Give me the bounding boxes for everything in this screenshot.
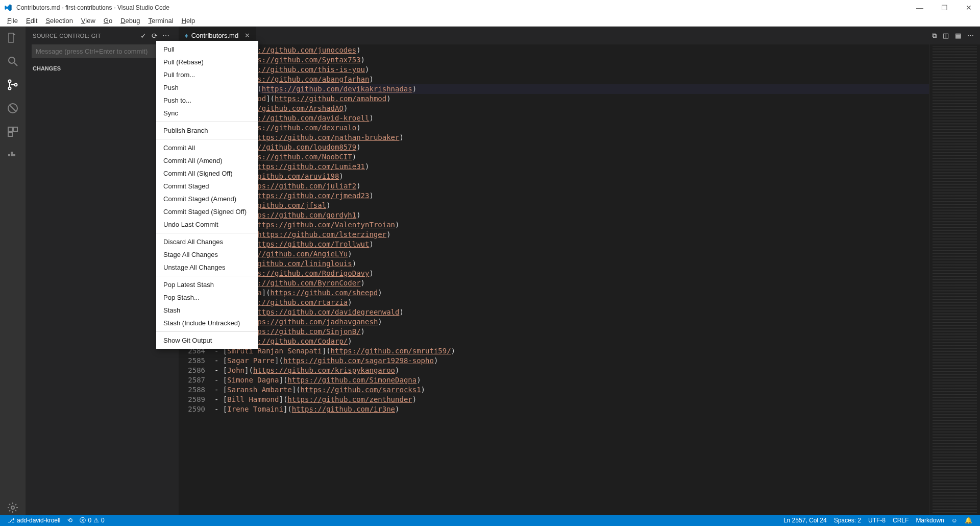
- source-control-icon[interactable]: [6, 78, 20, 92]
- editor-tabs: ♦ Contributors.md ✕ ⧉ ◫ ▤ ⋯: [179, 27, 980, 44]
- warning-icon: ⚠: [93, 517, 99, 524]
- menu-item-push[interactable]: Push: [156, 81, 258, 94]
- menu-item-unstage-all-changes[interactable]: Unstage All Changes: [156, 261, 258, 274]
- window-titlebar: Contributors.md - first-contributions - …: [0, 0, 980, 15]
- svg-rect-8: [13, 127, 17, 131]
- extensions-icon[interactable]: [6, 125, 20, 139]
- menu-separator: [156, 331, 258, 332]
- tab-close-icon[interactable]: ✕: [244, 32, 250, 39]
- menu-view[interactable]: View: [77, 16, 100, 26]
- menu-go[interactable]: Go: [100, 16, 116, 26]
- menu-item-stage-all-changes[interactable]: Stage All Changes: [156, 248, 258, 261]
- editor-more-icon[interactable]: ⋯: [967, 32, 974, 39]
- minimize-button[interactable]: —: [913, 4, 927, 12]
- error-icon: ⓧ: [80, 516, 86, 525]
- svg-point-0: [9, 57, 15, 63]
- maximize-button[interactable]: ☐: [937, 4, 951, 12]
- menu-item-commit-all-signed-off-[interactable]: Commit All (Signed Off): [156, 167, 258, 180]
- menubar: File Edit Selection View Go Debug Termin…: [0, 15, 980, 27]
- svg-point-2: [9, 80, 11, 83]
- markdown-file-icon: ♦: [185, 32, 188, 39]
- svg-rect-10: [8, 154, 10, 156]
- menu-edit[interactable]: Edit: [22, 16, 41, 26]
- menu-separator: [156, 276, 258, 276]
- svg-rect-9: [8, 132, 12, 136]
- window-title: Contributors.md - first-contributions - …: [16, 4, 913, 11]
- menu-help[interactable]: Help: [178, 16, 200, 26]
- commit-message-input[interactable]: [32, 44, 173, 58]
- editor-body[interactable]: 2584258525862587258825892590 uno](https:…: [179, 44, 980, 515]
- git-context-menu: PullPull (Rebase)Pull from...PushPush to…: [156, 41, 258, 349]
- menu-item-discard-all-changes[interactable]: Discard All Changes: [156, 235, 258, 248]
- activity-bar: [0, 27, 26, 515]
- status-feedback-icon[interactable]: ☺: [948, 517, 961, 524]
- menu-file[interactable]: File: [3, 16, 22, 26]
- svg-rect-7: [8, 127, 12, 131]
- menu-item-pop-stash-[interactable]: Pop Stash...: [156, 291, 258, 304]
- docker-icon[interactable]: [6, 148, 20, 162]
- search-icon[interactable]: [6, 54, 20, 68]
- refresh-action-icon[interactable]: ⟳: [149, 32, 160, 40]
- svg-rect-13: [11, 152, 13, 154]
- status-indentation[interactable]: Spaces: 2: [830, 517, 865, 524]
- branch-icon: ⎇: [8, 517, 15, 524]
- menu-item-stash[interactable]: Stash: [156, 304, 258, 317]
- menu-item-commit-all[interactable]: Commit All: [156, 141, 258, 154]
- minimap[interactable]: [929, 44, 980, 515]
- status-cursor-position[interactable]: Ln 2557, Col 24: [780, 517, 830, 524]
- svg-line-1: [14, 63, 17, 66]
- svg-point-3: [9, 87, 11, 90]
- window-controls: — ☐ ✕: [913, 4, 976, 12]
- close-button[interactable]: ✕: [962, 4, 976, 12]
- svg-point-4: [15, 84, 17, 86]
- menu-item-publish-branch[interactable]: Publish Branch: [156, 124, 258, 137]
- source-control-sidebar: SOURCE CONTROL: GIT ✓ ⟳ ⋯ CHANGES: [26, 27, 179, 515]
- menu-debug[interactable]: Debug: [116, 16, 144, 26]
- debug-icon[interactable]: [6, 101, 20, 115]
- menu-item-commit-staged-signed-off-[interactable]: Commit Staged (Signed Off): [156, 205, 258, 218]
- menu-item-sync[interactable]: Sync: [156, 107, 258, 119]
- menu-item-commit-staged[interactable]: Commit Staged: [156, 180, 258, 193]
- menu-item-pop-latest-stash[interactable]: Pop Latest Stash: [156, 278, 258, 291]
- editor-area: ♦ Contributors.md ✕ ⧉ ◫ ▤ ⋯ 258425852586…: [179, 27, 980, 515]
- status-bar: ⎇ add-david-kroell ⟲ ⓧ0 ⚠0 Ln 2557, Col …: [0, 515, 980, 526]
- commit-action-icon[interactable]: ✓: [138, 32, 149, 40]
- menu-item-pull-rebase-[interactable]: Pull (Rebase): [156, 56, 258, 68]
- svg-rect-12: [13, 154, 15, 156]
- menu-selection[interactable]: Selection: [41, 16, 77, 26]
- menu-item-push-to-[interactable]: Push to...: [156, 94, 258, 107]
- status-branch[interactable]: ⎇ add-david-kroell: [4, 517, 64, 524]
- tab-filename: Contributors.md: [191, 32, 238, 39]
- diff-view-icon[interactable]: ⧉: [932, 32, 937, 40]
- status-sync[interactable]: ⟲: [64, 517, 76, 524]
- changes-section[interactable]: CHANGES: [26, 62, 179, 75]
- open-preview-icon[interactable]: ▤: [955, 32, 961, 39]
- menu-item-pull-from-[interactable]: Pull from...: [156, 68, 258, 81]
- status-bell-icon[interactable]: 🔔: [961, 517, 976, 524]
- split-editor-icon[interactable]: ◫: [943, 32, 949, 39]
- menu-item-commit-all-amend-[interactable]: Commit All (Amend): [156, 154, 258, 167]
- explorer-icon[interactable]: [6, 31, 20, 45]
- svg-point-14: [11, 506, 14, 509]
- menu-item-commit-staged-amend-[interactable]: Commit Staged (Amend): [156, 193, 258, 205]
- status-encoding[interactable]: UTF-8: [865, 517, 889, 524]
- menu-separator: [156, 139, 258, 139]
- status-eol[interactable]: CRLF: [889, 517, 912, 524]
- menu-separator: [156, 122, 258, 122]
- menu-item-show-git-output[interactable]: Show Git Output: [156, 334, 258, 347]
- svg-line-6: [10, 105, 16, 111]
- status-problems[interactable]: ⓧ0 ⚠0: [76, 516, 108, 525]
- menu-item-undo-last-commit[interactable]: Undo Last Commit: [156, 218, 258, 231]
- menu-separator: [156, 233, 258, 233]
- svg-rect-11: [11, 154, 13, 156]
- more-actions-icon[interactable]: ⋯: [160, 32, 172, 40]
- code-content[interactable]: uno](https://github.com/junocodes)rner](…: [214, 44, 929, 515]
- menu-item-pull[interactable]: Pull: [156, 43, 258, 56]
- settings-gear-icon[interactable]: [6, 500, 20, 515]
- menu-terminal[interactable]: Terminal: [144, 16, 177, 26]
- menu-item-stash-include-untracked-[interactable]: Stash (Include Untracked): [156, 317, 258, 329]
- vscode-logo-icon: [4, 4, 12, 12]
- scm-title: SOURCE CONTROL: GIT: [33, 33, 138, 39]
- status-language[interactable]: Markdown: [912, 517, 947, 524]
